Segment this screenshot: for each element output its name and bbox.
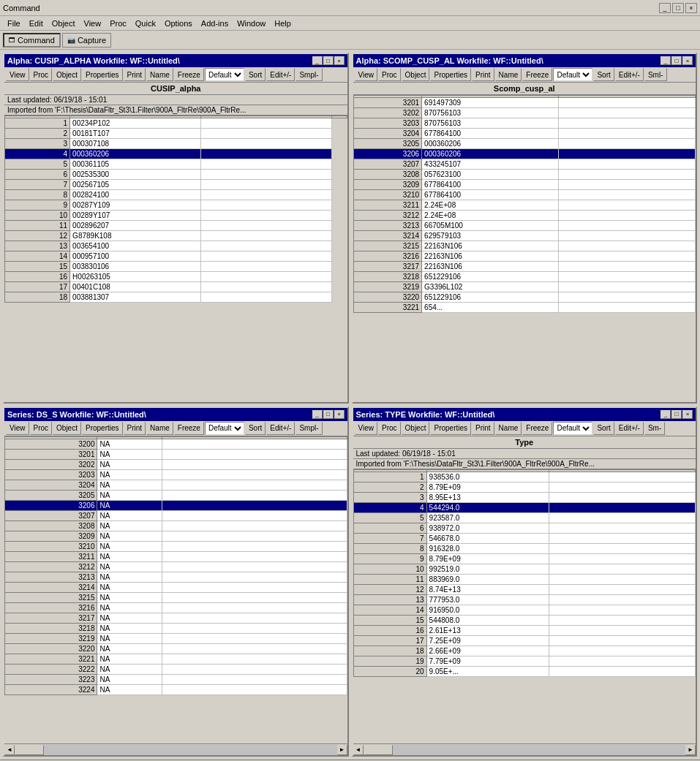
app-minimize-btn[interactable]: _	[659, 3, 671, 13]
table-row[interactable]: 3216NA	[5, 602, 347, 613]
table-row[interactable]: 321622163N106	[353, 251, 696, 262]
menu-view[interactable]: View	[80, 18, 106, 29]
type-properties-btn[interactable]: Properties	[430, 422, 471, 435]
type-freeze-btn[interactable]: Freeze	[522, 422, 552, 435]
ds-s-proc-btn[interactable]: Proc	[30, 422, 53, 435]
menu-options[interactable]: Options	[160, 18, 197, 29]
type-sort-btn[interactable]: Sort	[593, 422, 614, 435]
cusip-alpha-table-scroll[interactable]: Last updated: 06/19/18 - 15:01 Imported …	[4, 95, 347, 402]
scomp-cusp-edit-btn[interactable]: Edit+/-	[615, 68, 644, 81]
cusip-alpha-properties-btn[interactable]: Properties	[82, 68, 123, 81]
type-print-btn[interactable]: Print	[472, 422, 494, 435]
cusip-alpha-proc-btn[interactable]: Proc	[30, 68, 53, 81]
type-scroll-right[interactable]: ►	[685, 745, 696, 755]
table-row[interactable]: 1700401C108	[5, 282, 347, 292]
menu-object[interactable]: Object	[48, 18, 80, 29]
table-row[interactable]: 4544294.0	[353, 502, 696, 512]
table-row[interactable]: 8002824100	[5, 190, 347, 200]
table-row[interactable]: 3200NA	[5, 439, 347, 449]
scomp-cusp-minimize[interactable]: _	[661, 56, 671, 65]
table-row[interactable]: 11002896207	[5, 221, 347, 231]
ds-s-view-btn[interactable]: View	[6, 422, 29, 435]
cusip-alpha-freeze-btn[interactable]: Freeze	[174, 68, 204, 81]
table-row[interactable]: 209.05E+...	[353, 666, 696, 676]
table-row[interactable]: 18003881307	[5, 292, 347, 303]
table-row[interactable]: 1000289Y107	[5, 211, 347, 221]
table-row[interactable]: 28.79E+09	[353, 482, 696, 492]
table-row[interactable]: 6002535300	[5, 170, 347, 180]
table-row[interactable]: 3220NA	[5, 643, 347, 654]
table-row[interactable]: 3211NA	[5, 551, 347, 561]
type-view-btn[interactable]: View	[355, 422, 378, 435]
scomp-cusp-object-btn[interactable]: Object	[402, 68, 430, 81]
table-row[interactable]: 3208NA	[5, 520, 347, 531]
type-close[interactable]: ×	[682, 410, 693, 419]
type-sm-btn[interactable]: Sm-	[644, 422, 665, 435]
table-row[interactable]: 5923587.0	[353, 512, 696, 523]
cusip-alpha-maximize[interactable]: □	[323, 56, 334, 65]
cusip-alpha-close[interactable]: ×	[334, 56, 345, 65]
scomp-cusp-properties-btn[interactable]: Properties	[430, 68, 471, 81]
cusip-alpha-name-btn[interactable]: Name	[146, 68, 173, 81]
type-proc-btn[interactable]: Proc	[378, 422, 401, 435]
table-row[interactable]: 8916328.0	[353, 543, 696, 553]
table-row[interactable]: 7002567105	[5, 180, 347, 190]
type-maximize[interactable]: □	[671, 410, 682, 419]
tab-capture[interactable]: 📷 Capture	[62, 33, 111, 48]
ds-s-properties-btn[interactable]: Properties	[82, 422, 123, 435]
table-row[interactable]: 13777953.0	[353, 594, 696, 605]
table-row[interactable]: 3217NA	[5, 613, 347, 623]
menu-addins[interactable]: Add-ins	[197, 18, 233, 29]
type-hscroll[interactable]: ◄ ►	[353, 743, 696, 755]
type-edit-btn[interactable]: Edit+/-	[615, 422, 644, 435]
table-row[interactable]: 321722163N106	[353, 262, 696, 272]
menu-help[interactable]: Help	[270, 18, 296, 29]
table-row[interactable]: 32122.24E+08	[353, 211, 696, 221]
cusip-alpha-smpl-btn[interactable]: Smpl-	[296, 68, 322, 81]
table-row[interactable]: 15003830106	[5, 262, 347, 272]
table-row[interactable]: 162.61E+13	[353, 625, 696, 635]
type-scroll-left[interactable]: ◄	[353, 745, 364, 755]
table-row[interactable]: 3204NA	[5, 480, 347, 490]
scomp-cusp-table-scroll[interactable]: 3201691497309320287075610332038707561033…	[353, 95, 696, 402]
table-row[interactable]: 900287Y109	[5, 200, 347, 211]
table-row[interactable]: 321522163N106	[353, 241, 696, 251]
table-row[interactable]: 16H00263105	[5, 272, 347, 282]
table-row[interactable]: 3222NA	[5, 664, 347, 674]
scomp-cusp-maximize[interactable]: □	[671, 56, 682, 65]
scomp-cusp-default-select[interactable]: Default	[553, 68, 592, 81]
ds-s-name-btn[interactable]: Name	[146, 422, 173, 435]
ds-s-smpl-btn[interactable]: Smpl-	[296, 422, 322, 435]
table-row[interactable]: 3214NA	[5, 582, 347, 592]
app-close-btn[interactable]: ×	[685, 3, 697, 13]
ds-s-table-scroll[interactable]: 3200NA3201NA3202NA3203NA3204NA3205NA3206…	[4, 436, 347, 744]
table-row[interactable]: 3202870756103	[353, 108, 696, 118]
table-row[interactable]: 3208057623100	[353, 170, 696, 180]
menu-file[interactable]: File	[3, 18, 25, 29]
table-row[interactable]: 3206NA	[5, 500, 347, 510]
ds-s-sort-btn[interactable]: Sort	[245, 422, 266, 435]
table-row[interactable]: 3206000360206	[353, 149, 696, 159]
table-row[interactable]: 3210NA	[5, 541, 347, 551]
table-row[interactable]: 3210677864100	[353, 190, 696, 200]
table-row[interactable]: 5000361105	[5, 159, 347, 170]
table-row[interactable]: 14916950.0	[353, 605, 696, 615]
ds-s-close[interactable]: ×	[334, 410, 345, 419]
scomp-cusp-sort-btn[interactable]: Sort	[593, 68, 614, 81]
table-row[interactable]: 128.74E+13	[353, 584, 696, 594]
type-object-btn[interactable]: Object	[402, 422, 430, 435]
table-row[interactable]: 321366705M100	[353, 221, 696, 231]
type-default-select[interactable]: Default	[553, 422, 592, 435]
type-name-btn[interactable]: Name	[495, 422, 522, 435]
scomp-cusp-print-btn[interactable]: Print	[472, 68, 494, 81]
table-row[interactable]: 3215NA	[5, 592, 347, 602]
ds-s-scroll-left[interactable]: ◄	[4, 745, 15, 755]
ds-s-object-btn[interactable]: Object	[53, 422, 81, 435]
ds-s-maximize[interactable]: □	[323, 410, 334, 419]
table-row[interactable]: 1938536.0	[353, 472, 696, 482]
table-row[interactable]: 11883969.0	[353, 574, 696, 584]
table-row[interactable]: 10992519.0	[353, 564, 696, 574]
table-row[interactable]: 3219G3396L102	[353, 282, 696, 292]
cusip-alpha-view-btn[interactable]: View	[6, 68, 29, 81]
scomp-cusp-freeze-btn[interactable]: Freeze	[522, 68, 552, 81]
